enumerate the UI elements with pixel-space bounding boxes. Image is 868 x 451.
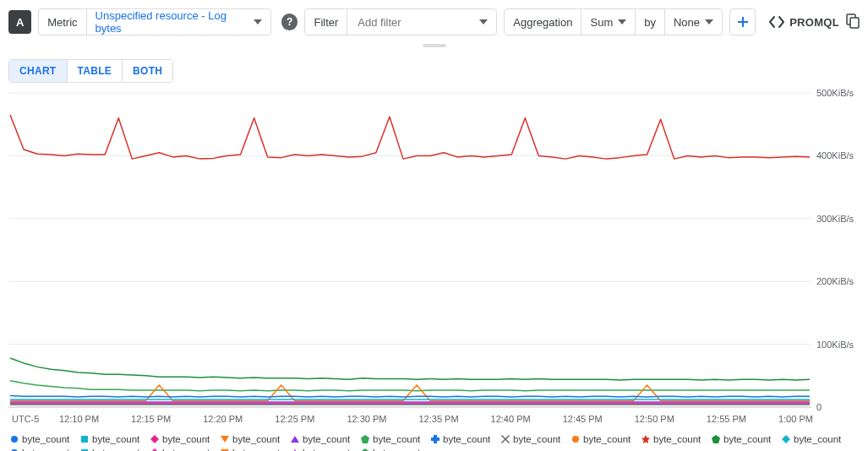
x-tick-label: 12:35 PM (418, 414, 458, 424)
legend-marker-icon (782, 435, 790, 443)
x-tick-label: 12:30 PM (347, 414, 386, 424)
legend-label: byte_count (22, 434, 69, 444)
x-tick-label: 12:40 PM (491, 414, 531, 424)
drag-handle[interactable] (8, 44, 860, 51)
legend-item[interactable]: byte_count (150, 434, 221, 444)
svg-rect-9 (81, 436, 88, 443)
tab-table[interactable]: TABLE (68, 60, 123, 82)
legend-item[interactable]: byte_count (361, 434, 431, 444)
promql-button[interactable]: PROMQL (769, 16, 839, 29)
filter-selector[interactable]: Filter (304, 8, 497, 35)
legend-item[interactable]: byte_count (10, 448, 80, 451)
x-tick-label: 12:10 PM (59, 414, 99, 424)
legend-item[interactable]: byte_count (221, 448, 291, 451)
metric-selector[interactable]: Metric Unspecified resource - Log bytes (38, 8, 271, 35)
y-axis-labels: 0100KiB/s200KiB/s300KiB/s400KiB/s500KiB/… (813, 90, 860, 410)
legend-label: byte_count (794, 434, 841, 444)
groupby-label: by (636, 9, 665, 35)
svg-point-8 (11, 436, 18, 443)
tab-both[interactable]: BOTH (123, 60, 172, 82)
legend-item[interactable]: byte_count (641, 434, 712, 444)
legend-marker-icon (10, 435, 19, 443)
legend-item[interactable]: byte_count (221, 434, 291, 444)
legend-item[interactable]: byte_count (291, 448, 361, 451)
x-tick-label: 1:00 PM (778, 414, 813, 424)
legend-item[interactable]: byte_count (361, 448, 431, 451)
legend-item[interactable]: byte_count (150, 448, 221, 451)
tab-chart[interactable]: CHART (9, 60, 68, 82)
legend-marker-icon (291, 435, 299, 443)
legend-item[interactable]: byte_count (571, 434, 641, 444)
legend-label: byte_count (162, 434, 210, 444)
view-tabs: CHART TABLE BOTH (8, 59, 173, 83)
aggregation-value-text: Sum (590, 16, 613, 29)
plus-icon (736, 15, 750, 29)
legend-item[interactable]: byte_count (80, 434, 150, 444)
legend-label: byte_count (303, 448, 350, 451)
legend-marker-icon (501, 435, 510, 443)
legend-item[interactable]: byte_count (291, 434, 361, 444)
x-tick-label: 12:55 PM (707, 414, 746, 424)
legend-marker-icon (571, 435, 580, 443)
groupby-value[interactable]: None (665, 9, 722, 35)
legend-marker-icon (712, 435, 720, 443)
legend-label: byte_count (513, 434, 560, 444)
metric-value-text: Unspecified resource - Log bytes (96, 9, 249, 35)
y-tick-label: 300KiB/s (816, 214, 854, 224)
legend-label: byte_count (723, 434, 771, 444)
chevron-down-icon (705, 19, 713, 24)
legend-label: byte_count (443, 434, 490, 444)
timezone-label: UTC-5 (12, 414, 59, 424)
chart-area: 0100KiB/s200KiB/s300KiB/s400KiB/s500KiB/… (8, 90, 860, 410)
legend-item[interactable]: byte_count (782, 434, 852, 444)
query-toolbar: A Metric Unspecified resource - Log byte… (8, 8, 860, 44)
legend-label: byte_count (92, 448, 139, 451)
legend-item[interactable]: byte_count (10, 434, 80, 444)
y-tick-label: 200KiB/s (816, 276, 854, 286)
legend-label: byte_count (373, 434, 420, 444)
aggregation-selector[interactable]: Aggregation Sum by None (504, 8, 723, 35)
query-badge: A (8, 10, 31, 34)
legend-item[interactable]: byte_count (431, 434, 501, 444)
legend-label: byte_count (583, 434, 631, 444)
legend-marker-icon (221, 435, 229, 443)
legend-marker-icon (80, 435, 89, 443)
copy-button[interactable] (846, 14, 860, 31)
legend-label: byte_count (653, 434, 701, 444)
legend-marker-icon (641, 435, 650, 443)
groupby-value-text: None (674, 16, 700, 29)
legend-item[interactable]: byte_count (80, 448, 150, 451)
x-tick-label: 12:15 PM (131, 414, 171, 424)
legend-item[interactable]: byte_count (501, 434, 571, 444)
legend-marker-icon (150, 435, 159, 443)
aggregation-value[interactable]: Sum (581, 9, 636, 35)
code-icon (769, 16, 784, 28)
legend-label: byte_count (303, 434, 350, 444)
x-tick-label: 12:50 PM (635, 414, 674, 424)
y-tick-label: 500KiB/s (816, 88, 854, 98)
help-icon[interactable]: ? (281, 14, 298, 30)
chevron-down-icon (618, 19, 626, 24)
legend-marker-icon (361, 435, 369, 443)
filter-label: Filter (305, 9, 347, 35)
legend-label: byte_count (232, 434, 280, 444)
legend-label: byte_count (162, 448, 210, 451)
line-chart[interactable] (8, 90, 813, 410)
chevron-down-icon (254, 19, 262, 24)
metric-value[interactable]: Unspecified resource - Log bytes (87, 9, 271, 35)
chart-legend: byte_countbyte_countbyte_countbyte_count… (8, 431, 860, 451)
filter-input-wrap[interactable] (347, 9, 496, 35)
metric-label: Metric (39, 9, 86, 35)
promql-label: PROMQL (789, 16, 839, 29)
y-tick-label: 100KiB/s (816, 340, 854, 350)
legend-label: byte_count (92, 434, 139, 444)
add-query-button[interactable] (729, 8, 756, 35)
legend-item[interactable]: byte_count (712, 434, 782, 444)
x-tick-label: 12:45 PM (563, 414, 603, 424)
filter-input[interactable] (356, 15, 474, 30)
x-axis-ticks: 12:10 PM12:15 PM12:20 PM12:25 PM12:30 PM… (59, 414, 813, 424)
y-tick-label: 400KiB/s (816, 150, 854, 160)
x-axis: UTC-5 12:10 PM12:15 PM12:20 PM12:25 PM12… (8, 410, 860, 431)
copy-icon (846, 14, 860, 29)
y-tick-label: 0 (816, 402, 822, 412)
